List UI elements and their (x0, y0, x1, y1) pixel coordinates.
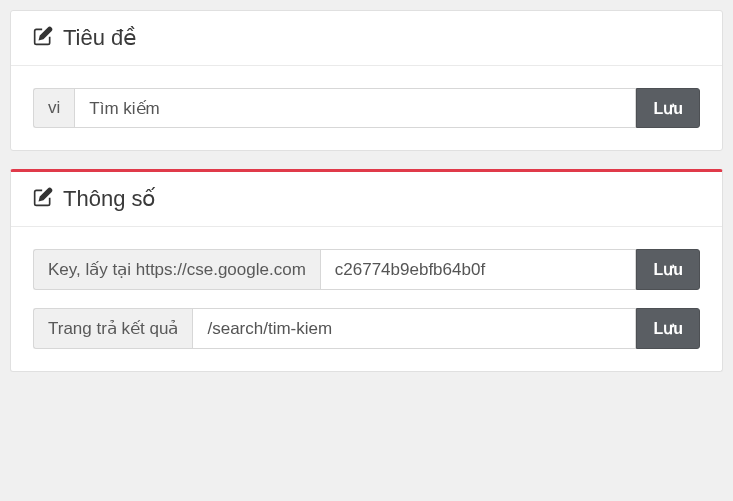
cse-key-label: Key, lấy tại https://cse.google.com (33, 249, 320, 290)
title-panel-header: Tiêu đề (11, 11, 722, 66)
title-panel: Tiêu đề vi Lưu (10, 10, 723, 151)
result-page-group: Trang trả kết quả Lưu (33, 308, 700, 349)
title-vi-group: vi Lưu (33, 88, 700, 128)
cse-key-input[interactable] (320, 249, 637, 290)
title-vi-input[interactable] (74, 88, 636, 128)
params-panel-body: Key, lấy tại https://cse.google.com Lưu … (11, 227, 722, 371)
result-page-label: Trang trả kết quả (33, 308, 192, 349)
save-cse-key-button[interactable]: Lưu (636, 249, 700, 290)
result-page-input[interactable] (192, 308, 636, 349)
cse-key-group: Key, lấy tại https://cse.google.com Lưu (33, 249, 700, 290)
params-panel-heading: Thông số (63, 186, 156, 212)
save-result-page-button[interactable]: Lưu (636, 308, 700, 349)
params-panel-header: Thông số (11, 172, 722, 227)
title-panel-body: vi Lưu (11, 66, 722, 150)
title-panel-heading: Tiêu đề (63, 25, 137, 51)
params-panel: Thông số Key, lấy tại https://cse.google… (10, 169, 723, 372)
edit-icon (33, 187, 53, 211)
edit-icon (33, 26, 53, 50)
lang-label-vi: vi (33, 88, 74, 128)
save-title-vi-button[interactable]: Lưu (636, 88, 700, 128)
